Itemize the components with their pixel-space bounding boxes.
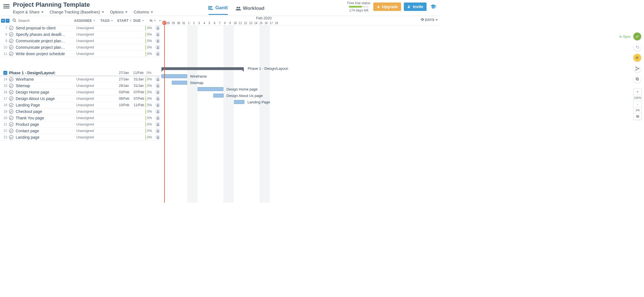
search-input[interactable] xyxy=(18,18,57,23)
task-complete-checkbox[interactable] xyxy=(9,116,13,120)
task-row[interactable]: 14WireframeUnassigned27/Jan31/Jan0% xyxy=(0,76,161,83)
task-complete-checkbox[interactable] xyxy=(9,122,13,127)
task-name[interactable]: Wireframe xyxy=(16,77,66,82)
col-due[interactable]: DUE▼ xyxy=(133,19,148,23)
task-row[interactable]: 11Write down project scheduleUnassigned0… xyxy=(0,51,161,57)
graduation-cap-icon[interactable] xyxy=(430,4,436,10)
date-slot[interactable]: 10 xyxy=(233,22,238,25)
filter-icon[interactable]: ▼ xyxy=(129,19,132,22)
task-row[interactable]: 18Landing PageUnassigned10/Feb11/Feb0% xyxy=(0,102,161,108)
task-name[interactable]: Product page xyxy=(16,122,66,127)
date-slot[interactable]: 16 xyxy=(263,22,268,25)
task-row[interactable]: 9Communicate project plan to teamUnassig… xyxy=(0,38,161,44)
task-name[interactable]: Send proposal to client xyxy=(16,26,66,30)
task-name[interactable]: Communicate project plan to team xyxy=(16,39,66,43)
project-title[interactable]: Project Planning Template xyxy=(13,1,153,8)
task-complete-checkbox[interactable] xyxy=(9,135,13,140)
task-name[interactable]: Sitemap xyxy=(16,83,66,88)
date-slot[interactable]: 4 xyxy=(202,22,207,25)
task-row[interactable]: 16Design Home pageUnassigned03/Feb07/Feb… xyxy=(0,89,161,96)
task-due[interactable]: 07/Feb xyxy=(134,90,144,94)
group-row-phase1[interactable]: − Phase 1 - Design/Layout: 27/Jan 11/Feb… xyxy=(0,70,161,76)
task-name[interactable]: Specify phases and deadlines xyxy=(16,32,66,37)
task-complete-checkbox[interactable] xyxy=(9,90,13,94)
gantt-bar[interactable] xyxy=(161,74,187,78)
task-complete-checkbox[interactable] xyxy=(9,103,13,107)
task-pct-cell[interactable]: 0% xyxy=(145,122,160,127)
assignee-avatar[interactable] xyxy=(155,96,160,101)
assignee-avatar[interactable] xyxy=(155,128,160,133)
task-start[interactable]: 27/Jan xyxy=(119,77,129,81)
task-complete-checkbox[interactable] xyxy=(9,32,13,37)
task-assignee[interactable]: Unassigned xyxy=(76,103,94,107)
task-pct-cell[interactable]: 0% xyxy=(145,96,160,101)
task-start[interactable]: 29/Jan xyxy=(119,84,129,88)
menu-export-share[interactable]: Export & Share xyxy=(13,10,43,14)
task-pct-cell[interactable]: 0% xyxy=(145,90,160,95)
task-assignee[interactable]: Unassigned xyxy=(76,90,94,94)
task-name[interactable]: Design Home page xyxy=(16,90,66,94)
assignee-avatar[interactable] xyxy=(155,38,160,43)
gantt-body[interactable]: Phase 1 - Design/Layout: WireframeSitema… xyxy=(161,25,439,203)
col-tags[interactable]: TAGS▼ xyxy=(100,19,117,23)
date-slot[interactable]: 2 xyxy=(191,22,196,25)
task-pct-cell[interactable]: 0% xyxy=(145,25,160,31)
task-complete-checkbox[interactable] xyxy=(9,39,13,43)
gantt-bar[interactable] xyxy=(198,87,223,91)
date-slot[interactable]: 5 xyxy=(207,22,212,25)
task-due[interactable]: 31/Jan xyxy=(134,84,144,88)
filter-icon[interactable]: ▼ xyxy=(154,19,156,22)
collapse-all-button[interactable]: − xyxy=(6,19,10,23)
task-name[interactable]: Checkout page xyxy=(16,109,66,114)
gantt-bar[interactable] xyxy=(213,94,224,98)
group-bar-phase1[interactable] xyxy=(161,67,244,70)
task-due[interactable]: 07/Feb xyxy=(134,97,144,101)
task-complete-checkbox[interactable] xyxy=(9,109,13,114)
menu-options[interactable]: Options xyxy=(110,10,128,14)
assignee-avatar[interactable] xyxy=(155,109,160,114)
expand-all-button[interactable]: + xyxy=(1,19,5,23)
task-complete-checkbox[interactable] xyxy=(9,83,13,88)
date-slot[interactable]: 9 xyxy=(228,22,233,25)
date-slot[interactable]: 31 xyxy=(181,22,186,25)
task-row[interactable]: 10Communicate project plan to stake…Unas… xyxy=(0,44,161,51)
date-slot[interactable]: 13 xyxy=(248,22,253,25)
assignee-avatar[interactable] xyxy=(155,90,160,95)
date-slot[interactable]: 7 xyxy=(217,22,222,25)
task-row[interactable]: 22Contact pageUnassigned0% xyxy=(0,128,161,134)
col-start[interactable]: START▼ xyxy=(117,19,133,23)
task-pct-cell[interactable]: 0% xyxy=(145,115,160,120)
task-pct-cell[interactable]: 0% xyxy=(145,77,160,82)
task-name[interactable]: Landing page xyxy=(16,135,66,140)
gantt-bar[interactable] xyxy=(234,100,244,104)
task-name[interactable]: Landing Page xyxy=(16,103,66,107)
task-name[interactable]: Design About Us page xyxy=(16,96,66,101)
assignee-avatar[interactable] xyxy=(155,25,160,31)
task-pct-cell[interactable]: 0% xyxy=(145,32,160,37)
today-marker[interactable]: 27 xyxy=(162,21,166,25)
task-assignee[interactable]: Unassigned xyxy=(76,84,94,88)
task-name[interactable]: Thank You page xyxy=(16,116,66,120)
task-row[interactable]: 20Thank You pageUnassigned0% xyxy=(0,115,161,121)
task-pct-cell[interactable]: 0% xyxy=(145,135,160,140)
task-start[interactable]: 06/Feb xyxy=(119,97,129,101)
task-row[interactable]: 21Product pageUnassigned0% xyxy=(0,121,161,128)
task-due[interactable]: 11/Feb xyxy=(134,103,144,107)
menu-columns[interactable]: Columns xyxy=(134,10,153,14)
tab-gantt[interactable]: Gantt xyxy=(209,5,228,15)
col-pct[interactable]: %▼ xyxy=(148,19,156,23)
date-slot[interactable]: 15 xyxy=(258,22,263,25)
task-assignee[interactable]: Unassigned xyxy=(76,33,94,36)
assignee-avatar[interactable] xyxy=(155,122,160,127)
col-assignee[interactable]: ASSIGNEE▼ xyxy=(74,19,100,23)
task-start[interactable]: 10/Feb xyxy=(119,103,129,107)
task-assignee[interactable]: Unassigned xyxy=(76,26,94,30)
task-row[interactable]: 8Specify phases and deadlinesUnassigned0… xyxy=(0,31,161,38)
task-pct-cell[interactable]: 0% xyxy=(145,45,160,50)
search-icon[interactable] xyxy=(12,18,17,23)
task-assignee[interactable]: Unassigned xyxy=(76,52,94,56)
date-slot[interactable]: 29 xyxy=(171,22,176,25)
assignee-avatar[interactable] xyxy=(155,103,160,108)
task-name[interactable]: Write down project schedule xyxy=(16,52,66,56)
timeline-zoom-dropdown[interactable]: DAYS xyxy=(420,18,438,22)
